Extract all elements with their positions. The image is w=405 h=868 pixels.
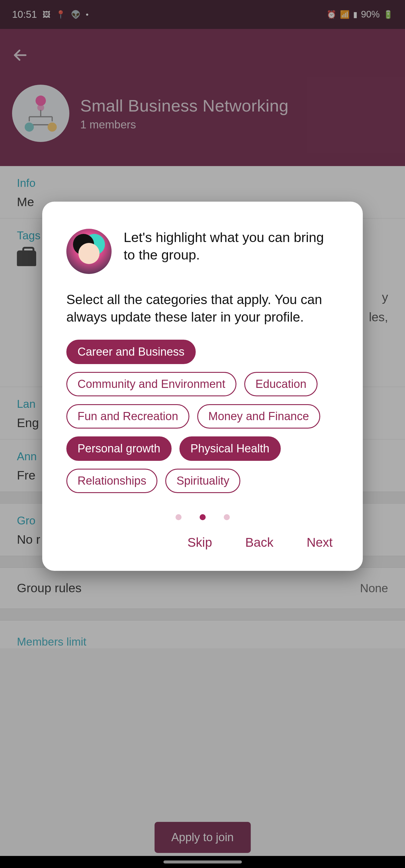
pagination-dots [66,514,339,520]
pagination-dot[interactable] [224,514,230,520]
pagination-dot[interactable] [200,514,206,520]
dialog-title: Let's highlight what you can bring to th… [124,229,339,264]
category-chip[interactable]: Community and Environment [66,372,236,396]
chips-container: Career and BusinessCommunity and Environ… [66,340,339,493]
back-button[interactable]: Back [245,535,273,550]
skip-button[interactable]: Skip [187,535,212,550]
home-indicator[interactable] [164,861,242,864]
next-button[interactable]: Next [307,535,332,550]
dialog-subtitle: Select all the categories that apply. Yo… [66,291,339,326]
category-chip[interactable]: Physical Health [179,436,281,461]
category-chip[interactable]: Career and Business [66,340,196,364]
category-chip[interactable]: Money and Finance [197,404,320,429]
system-nav-bar [0,856,405,868]
category-chip[interactable]: Spirituality [165,469,240,493]
category-dialog: Let's highlight what you can bring to th… [42,202,363,571]
category-chip[interactable]: Fun and Recreation [66,404,190,429]
assistant-avatar [66,229,112,274]
category-chip[interactable]: Education [244,372,318,396]
pagination-dot[interactable] [175,514,181,520]
category-chip[interactable]: Relationships [66,469,157,493]
category-chip[interactable]: Personal growth [66,436,172,461]
